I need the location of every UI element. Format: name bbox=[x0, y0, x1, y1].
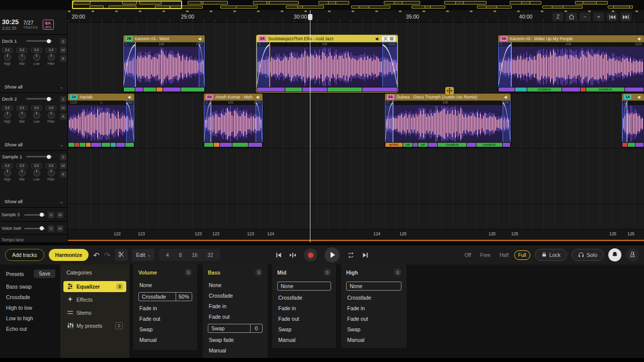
preset-item[interactable]: Bass swap bbox=[6, 284, 53, 290]
mute-button[interactable]: M bbox=[60, 162, 66, 169]
speaker-icon[interactable] bbox=[198, 37, 203, 41]
audio-clip[interactable]: 2BKareem Ali - Want11051120 bbox=[123, 35, 205, 92]
transition-option[interactable]: Fade in bbox=[346, 305, 401, 312]
audio-clip[interactable]: 1AAaciab112011105 bbox=[68, 94, 134, 147]
transition-option-selected[interactable]: Crossfade 50% bbox=[138, 292, 192, 301]
grid-size-4[interactable]: 4 bbox=[161, 252, 174, 258]
deck-volume-slider[interactable] bbox=[26, 156, 52, 157]
jump-forward-button[interactable] bbox=[620, 13, 631, 21]
lane-volume-slider[interactable] bbox=[24, 214, 45, 216]
channel-solo-button[interactable]: S bbox=[394, 268, 401, 276]
mute-button[interactable]: M bbox=[60, 105, 66, 111]
grid-size-16[interactable]: 16 bbox=[187, 252, 202, 258]
loop-button[interactable] bbox=[347, 252, 355, 258]
fade-out-handle[interactable] bbox=[503, 101, 511, 142]
timeline-minimap[interactable] bbox=[0, 0, 644, 10]
playhead[interactable] bbox=[310, 10, 310, 242]
show-all-dropdown[interactable]: Show all⌄ bbox=[0, 199, 68, 204]
auto-button[interactable]: A bbox=[60, 171, 66, 177]
eq-knob-low[interactable]: 0.0Low bbox=[30, 106, 43, 123]
redo-button[interactable]: ↷ bbox=[104, 251, 111, 259]
transition-value[interactable]: 0 bbox=[250, 324, 262, 332]
fade-in-handle[interactable] bbox=[385, 101, 393, 142]
arrangement-timeline[interactable]: 2BKareem Ali - Want110511206ASoulstateja… bbox=[68, 23, 644, 242]
skip-to-end-button[interactable] bbox=[362, 252, 369, 258]
channel-solo-button[interactable]: S bbox=[185, 268, 192, 276]
transition-option[interactable]: Swap bbox=[138, 326, 192, 333]
transition-option[interactable]: Crossfade bbox=[346, 294, 401, 301]
solo-button[interactable]: S bbox=[60, 38, 66, 45]
preset-item[interactable]: High to low bbox=[6, 305, 53, 311]
transition-option[interactable]: Manual bbox=[138, 336, 192, 343]
fade-in-handle[interactable] bbox=[498, 42, 511, 87]
eq-knob-mid[interactable]: 0.0Mid bbox=[16, 106, 28, 123]
speaker-icon[interactable] bbox=[637, 95, 642, 100]
transition-option-selected[interactable]: Swap 0 bbox=[208, 324, 263, 333]
fade-in-handle[interactable] bbox=[204, 101, 211, 142]
category-stems[interactable]: Stems bbox=[63, 307, 126, 318]
tempo-automation-line[interactable] bbox=[68, 240, 644, 241]
metronome-button[interactable] bbox=[626, 248, 639, 261]
solo-button[interactable]: S bbox=[48, 212, 54, 218]
lane-volume-slider[interactable] bbox=[24, 228, 45, 229]
audio-clip[interactable]: 1A1 bbox=[622, 94, 644, 147]
transition-option[interactable]: Fade out bbox=[208, 313, 263, 320]
edit-menu-button[interactable]: Edit⌄ bbox=[132, 249, 154, 261]
fade-out-handle[interactable] bbox=[126, 101, 134, 142]
transition-option-selected[interactable]: None bbox=[346, 282, 401, 291]
audio-clip[interactable]: 6AAresh Kumar - Meh11051120 bbox=[204, 94, 263, 147]
jump-back-button[interactable] bbox=[607, 13, 618, 21]
transition-option-selected[interactable]: None bbox=[277, 282, 331, 291]
transition-option[interactable]: None bbox=[138, 282, 192, 289]
move-transition-handle[interactable] bbox=[445, 87, 454, 95]
transition-option[interactable]: Fade in bbox=[277, 305, 331, 312]
audio-clip[interactable]: 6ASoulstatejazz/Tom Ellis - Acid Jazz110… bbox=[257, 35, 397, 92]
transition-option[interactable]: Manual bbox=[346, 336, 401, 343]
transition-value[interactable]: 50% bbox=[176, 293, 192, 301]
eq-knob-high[interactable]: 0.0High bbox=[1, 106, 14, 123]
undo-button[interactable]: ↶ bbox=[93, 251, 100, 259]
auto-button[interactable]: A bbox=[60, 113, 66, 120]
transition-option[interactable]: Swap fade bbox=[208, 336, 263, 343]
zoom-out-button[interactable]: − bbox=[580, 13, 591, 21]
playhead-handle[interactable] bbox=[308, 14, 312, 20]
category-effects[interactable]: Effects bbox=[63, 294, 126, 305]
fade-in-handle[interactable] bbox=[257, 42, 270, 87]
transition-option[interactable]: Fade out bbox=[346, 315, 401, 322]
audio-clip[interactable]: 8ADukwa - Disco Triumph (Austin Ato Remi… bbox=[385, 94, 511, 147]
fade-out-handle[interactable] bbox=[256, 101, 263, 142]
channel-solo-button[interactable]: S bbox=[255, 268, 263, 276]
solo-button[interactable]: S bbox=[48, 225, 54, 232]
show-all-dropdown[interactable]: Show all⌄ bbox=[0, 142, 68, 147]
eq-knob-mid[interactable]: 0.0Mid bbox=[16, 48, 28, 65]
show-all-dropdown[interactable]: Show all⌄ bbox=[0, 84, 68, 89]
transition-option[interactable]: Manual bbox=[208, 347, 263, 354]
eq-knob-low[interactable]: 0.0Low bbox=[30, 163, 43, 181]
deck-volume-slider[interactable] bbox=[26, 98, 52, 100]
minimap-viewport[interactable] bbox=[72, 1, 182, 9]
category-equalizer[interactable]: Equalizer 3 bbox=[63, 281, 126, 292]
preset-item[interactable]: Low to high bbox=[6, 315, 53, 321]
mute-button[interactable]: M bbox=[57, 212, 63, 218]
speaker-icon[interactable] bbox=[256, 95, 261, 100]
fade-in-handle[interactable] bbox=[622, 101, 627, 142]
solo-button[interactable]: S bbox=[60, 154, 66, 160]
sync-mode-off[interactable]: Off bbox=[461, 251, 474, 259]
zoom-fit-button[interactable]: Z bbox=[552, 13, 564, 21]
speaker-icon[interactable] bbox=[128, 95, 132, 100]
auto-button[interactable]: A bbox=[60, 55, 66, 62]
transition-option[interactable]: Swap bbox=[277, 326, 331, 333]
sync-mode-free[interactable]: Free bbox=[476, 251, 494, 259]
eq-knob-filter[interactable]: 0.0Filter bbox=[45, 48, 57, 65]
preset-item[interactable]: Crossfade bbox=[6, 294, 53, 300]
transition-option[interactable]: None bbox=[208, 282, 263, 289]
skip-to-start-button[interactable] bbox=[275, 252, 282, 258]
eq-knob-filter[interactable]: 0.0Filter bbox=[45, 106, 57, 123]
fade-in-handle[interactable] bbox=[123, 42, 135, 87]
transition-option[interactable]: Fade out bbox=[277, 315, 331, 322]
channel-solo-button[interactable]: S bbox=[324, 268, 331, 276]
snap-playhead-button[interactable] bbox=[289, 252, 296, 258]
transition-option[interactable]: Fade in bbox=[138, 305, 192, 312]
eq-knob-high[interactable]: 0.0High bbox=[1, 163, 14, 181]
record-button[interactable] bbox=[304, 248, 317, 261]
